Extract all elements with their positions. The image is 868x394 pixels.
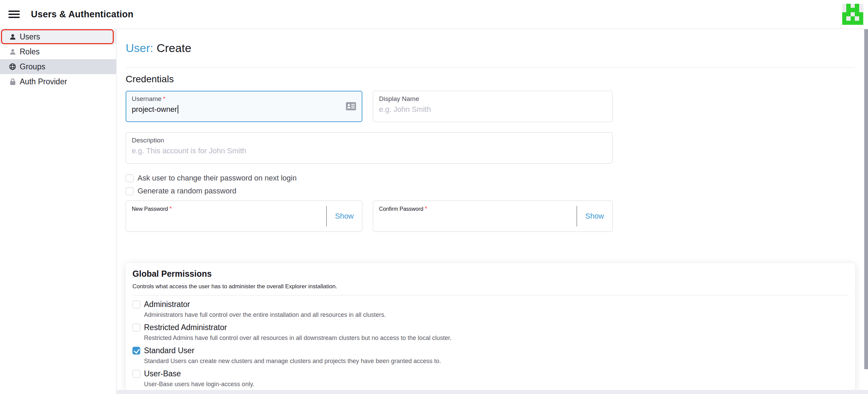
generate-random-password-checkbox[interactable] xyxy=(126,187,133,195)
display-name-input[interactable]: e.g. John Smith xyxy=(379,105,607,114)
description-label: Description xyxy=(132,137,607,144)
vertical-scrollbar[interactable] xyxy=(864,29,868,369)
globe-icon xyxy=(9,63,16,70)
confirm-password-show-button[interactable]: Show xyxy=(577,201,612,232)
page-title: User:Create xyxy=(126,41,191,55)
global-permissions-subheading: Controls what access the user has to adm… xyxy=(132,283,848,290)
page-title-action: Create xyxy=(157,41,191,54)
user-base-checkbox[interactable] xyxy=(132,370,140,378)
required-asterisk: * xyxy=(169,205,172,212)
lock-icon xyxy=(9,78,16,85)
global-permissions-card: Global Permissions Controls what access … xyxy=(126,263,855,390)
app-header: Users & Authentication xyxy=(0,0,868,29)
username-field[interactable]: Username* project-owner xyxy=(126,91,362,122)
sidebar-item-label: Auth Provider xyxy=(20,77,67,86)
restricted-administrator-checkbox[interactable] xyxy=(132,324,140,331)
required-asterisk: * xyxy=(425,205,427,212)
new-password-field[interactable]: New Password* Show xyxy=(126,201,362,232)
restricted-administrator-description: Restricted Admins have full control over… xyxy=(144,335,848,342)
brand-logo-icon[interactable] xyxy=(842,4,863,25)
global-permissions-divider xyxy=(132,295,848,295)
sidebar-item-roles[interactable]: Roles xyxy=(0,44,116,59)
sidebar-nav: Users Roles Groups Auth Provid xyxy=(0,29,116,394)
app-title: Users & Authentication xyxy=(31,9,133,20)
address-card-icon xyxy=(346,102,356,110)
new-password-label: New Password* xyxy=(132,205,321,212)
generate-random-password-label: Generate a random password xyxy=(138,187,236,195)
permission-option-restricted-administrator: Restricted Administrator Restricted Admi… xyxy=(132,323,848,342)
ask-change-password-row: Ask user to change their password on nex… xyxy=(126,174,296,183)
user-icon xyxy=(9,33,16,40)
ask-change-password-checkbox[interactable] xyxy=(126,174,133,182)
confirm-password-label: Confirm Password* xyxy=(379,205,571,212)
confirm-password-field[interactable]: Confirm Password* Show xyxy=(373,201,613,232)
user-icon xyxy=(9,48,16,55)
standard-user-description: Standard Users can create new clusters a… xyxy=(144,358,848,365)
username-label: Username* xyxy=(132,95,356,103)
display-name-field[interactable]: Display Name e.g. John Smith xyxy=(373,91,613,122)
standard-user-label: Standard User xyxy=(144,346,194,355)
administrator-label: Administrator xyxy=(144,300,190,309)
sidebar-item-label: Users xyxy=(20,32,40,41)
administrator-description: Administrators have full control over th… xyxy=(144,311,848,319)
username-input[interactable]: project-owner xyxy=(132,105,356,114)
new-password-show-button[interactable]: Show xyxy=(327,201,362,232)
description-field[interactable]: Description e.g. This account is for Joh… xyxy=(126,132,613,164)
sidebar-item-groups[interactable]: Groups xyxy=(0,59,116,74)
menu-hamburger-icon[interactable] xyxy=(8,9,20,20)
page-title-resource: User: xyxy=(126,41,153,54)
description-input[interactable]: e.g. This account is for John Smith xyxy=(132,147,607,155)
sidebar-item-users[interactable]: Users xyxy=(0,29,116,44)
administrator-checkbox[interactable] xyxy=(132,301,140,308)
user-base-label: User-Base xyxy=(144,369,181,378)
sidebar-item-label: Groups xyxy=(20,62,45,71)
standard-user-checkbox[interactable] xyxy=(132,347,140,355)
title-divider xyxy=(126,67,855,68)
sidebar-item-auth-provider[interactable]: Auth Provider xyxy=(0,74,116,89)
display-name-label: Display Name xyxy=(379,95,607,103)
generate-random-password-row: Generate a random password xyxy=(126,187,236,195)
required-asterisk: * xyxy=(163,95,165,102)
page-background-strip xyxy=(117,390,868,394)
permission-option-standard-user: Standard User Standard Users can create … xyxy=(132,346,848,365)
global-permissions-heading: Global Permissions xyxy=(132,269,848,279)
user-base-description: User-Base users have login-access only. xyxy=(144,381,848,388)
credentials-heading: Credentials xyxy=(126,74,174,85)
permission-option-administrator: Administrator Administrators have full c… xyxy=(132,300,848,319)
text-caret xyxy=(178,105,178,114)
sidebar-item-label: Roles xyxy=(20,47,40,56)
main-content: User:Create Credentials Username* projec… xyxy=(117,29,868,394)
ask-change-password-label: Ask user to change their password on nex… xyxy=(138,174,296,183)
annotation-highlight-box xyxy=(1,29,114,44)
permission-option-user-base: User-Base User-Base users have login-acc… xyxy=(132,369,848,388)
restricted-administrator-label: Restricted Administrator xyxy=(144,323,227,332)
